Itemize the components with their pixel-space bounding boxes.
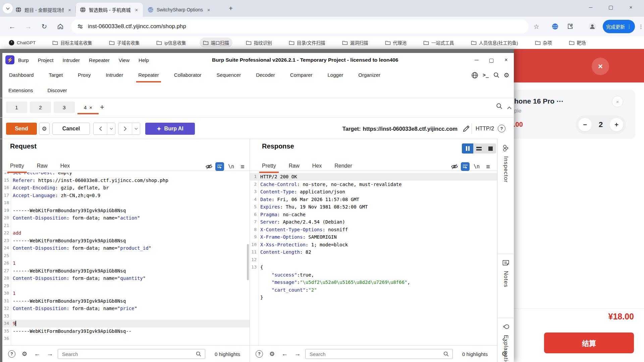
collapse-rail-chevron-icon[interactable]: [502, 337, 505, 343]
layout-pause-button[interactable]: [462, 143, 473, 154]
repeater-tab-1[interactable]: 1: [6, 102, 27, 113]
history-back-button[interactable]: [94, 123, 107, 134]
layout-horizontal-split-button[interactable]: [473, 143, 485, 154]
quantity-decrease-button[interactable]: −: [578, 118, 592, 131]
editor-menu-icon[interactable]: ≡: [238, 162, 247, 171]
view-tab-render[interactable]: Render: [334, 161, 352, 171]
editor-line[interactable]: 301: [2, 290, 250, 297]
response-search-box[interactable]: [305, 349, 453, 359]
tab-close-icon[interactable]: ×: [207, 7, 210, 13]
browser-tab[interactable]: 智选数码 - 手机商城×: [76, 3, 143, 17]
editor-line[interactable]: 32Content-Disposition: form-data; name="…: [2, 305, 250, 312]
send-settings-gear-icon[interactable]: ⚙: [39, 123, 50, 135]
address-bar[interactable]: inst-060033e8.ctf.yijincc.com/shop.php: [71, 19, 529, 34]
repeater-tab-4[interactable]: 4×: [77, 102, 99, 113]
layout-single-panel-button[interactable]: [485, 143, 496, 154]
next-match-icon[interactable]: →: [293, 349, 302, 359]
burp-close-button[interactable]: ×: [500, 54, 512, 66]
home-button[interactable]: [56, 22, 65, 31]
editor-line[interactable]: 5Expires: Thu, 19 Nov 1981 08:52:00 GMT: [250, 203, 497, 211]
view-tab-hex[interactable]: Hex: [60, 161, 70, 171]
bookmark-item[interactable]: 漏洞扫描: [339, 38, 372, 48]
menu-item-view[interactable]: View: [119, 57, 129, 63]
editor-line[interactable]: 349: [2, 320, 250, 327]
editor-line[interactable]: 11Content-Length: 82: [250, 248, 497, 256]
editor-line[interactable]: 27------WebKitFormBoundary39Igvk9ApiGb8N…: [2, 267, 250, 275]
history-forward-button[interactable]: [118, 123, 132, 134]
menu-item-project[interactable]: Project: [38, 57, 54, 63]
browser-maximize-button[interactable]: ▢: [606, 4, 616, 10]
browser-minimize-button[interactable]: ─: [586, 4, 596, 10]
main-tab-target[interactable]: Target: [49, 67, 63, 82]
profile-avatar[interactable]: [588, 22, 597, 31]
editor-line[interactable]: 13{: [250, 263, 497, 271]
main-tab-discover[interactable]: Discover: [47, 87, 67, 93]
request-search-input[interactable]: [62, 351, 196, 357]
editor-line[interactable]: 19------WebKitFormBoundary39Igvk9ApiGb8N…: [2, 207, 250, 215]
view-tab-hex[interactable]: Hex: [312, 161, 322, 171]
previous-match-icon[interactable]: ←: [33, 349, 42, 359]
editor-line[interactable]: 36: [2, 335, 250, 343]
tab-close-icon[interactable]: ×: [135, 7, 138, 13]
extensions-puzzle-icon[interactable]: [566, 22, 575, 31]
burp-minimize-button[interactable]: ─: [471, 54, 482, 66]
reload-button[interactable]: ↻: [40, 22, 49, 31]
editor-line[interactable]: 18: [2, 199, 250, 207]
cart-item-remove-button[interactable]: ×: [612, 96, 623, 107]
editor-line[interactable]: 1HTTP/2 200 OK: [250, 173, 497, 181]
editor-line[interactable]: 20Content-Disposition: form-data; name="…: [2, 214, 250, 222]
editor-line[interactable]: 15Referer: https://inst-060033e8.ctf.yij…: [2, 177, 250, 184]
main-tab-organizer[interactable]: Organizer: [358, 67, 380, 82]
next-match-icon[interactable]: →: [45, 349, 55, 359]
rail-settings-gear-icon[interactable]: ⚙: [501, 350, 507, 358]
browser-menu-kebab-icon[interactable]: ⋮: [636, 22, 644, 31]
browser-tab[interactable]: 题目 - 金额提现场景实验×: [11, 3, 75, 17]
main-tab-collaborator[interactable]: Collaborator: [174, 67, 202, 82]
history-forward-dropdown[interactable]: [132, 123, 140, 134]
bookmark-item[interactable]: 子域名收集: [106, 38, 143, 48]
editor-line[interactable]: 28Content-Disposition: form-data; name="…: [2, 275, 250, 282]
repeater-tab-2[interactable]: 2: [30, 102, 51, 113]
browser-tab[interactable]: SwitchySharp Options×: [144, 3, 222, 17]
show-newlines-icon[interactable]: \n: [227, 162, 235, 171]
new-tab-button[interactable]: +: [227, 5, 235, 12]
view-tab-raw[interactable]: Raw: [289, 161, 300, 171]
repeater-tab-3[interactable]: 3: [54, 102, 75, 113]
editor-line[interactable]: 3Content-Type: application/json: [250, 188, 497, 196]
bookmark-item[interactable]: 杂项: [532, 38, 555, 48]
editor-line[interactable]: 9X-Frame-Options: SAMEORIGIN: [250, 233, 497, 241]
site-settings-icon[interactable]: [77, 23, 83, 29]
show-newlines-icon[interactable]: \n: [472, 162, 481, 171]
chevron-up-icon[interactable]: [507, 105, 512, 111]
hide-nonprintable-eye-icon[interactable]: [450, 162, 459, 171]
globe-icon[interactable]: [470, 70, 479, 80]
checkout-button[interactable]: 结算: [544, 333, 634, 353]
bookmark-item[interactable]: 代理池: [382, 38, 410, 48]
terminal-icon[interactable]: >_: [481, 70, 490, 80]
menu-item-repeater[interactable]: Repeater: [89, 57, 110, 63]
bookmark-item[interactable]: 目录/文件扫描: [285, 38, 329, 48]
extension-globe-icon[interactable]: [550, 22, 560, 31]
tab-close-icon[interactable]: ×: [89, 105, 92, 110]
request-search-box[interactable]: [58, 349, 205, 359]
help-icon[interactable]: ?: [255, 349, 264, 359]
editor-line[interactable]: 21: [2, 222, 250, 230]
edit-target-pencil-icon[interactable]: [462, 125, 470, 134]
protocol-selector[interactable]: HTTP/2: [476, 123, 494, 135]
editor-line[interactable]: 24Content-Disposition: form-data; name="…: [2, 244, 250, 252]
editor-line[interactable]: 7Server: Apache/2.4.54 (Debian): [250, 218, 497, 226]
sidebar-tab-inspector[interactable]: Inspector: [497, 145, 514, 183]
kebab-menu-icon[interactable]: ⋮: [627, 24, 632, 29]
burp-ai-button[interactable]: ✦ Burp AI: [145, 123, 195, 135]
editor-line[interactable]: "message":"\u5df2\u52a0\u5165\u8d2d\u726…: [250, 279, 497, 286]
search-settings-gear-icon[interactable]: ⚙: [20, 349, 29, 359]
editor-line[interactable]: "cart_count":"2": [250, 286, 497, 294]
editor-line[interactable]: }: [250, 294, 497, 301]
bookmark-item[interactable]: *ChatGPT: [5, 38, 39, 47]
editor-line[interactable]: "success":true,: [250, 271, 497, 279]
editor-line[interactable]: 4Date: Fri, 06 Mar 2026 11:57:08 GMT: [250, 196, 497, 203]
main-tab-sequencer[interactable]: Sequencer: [217, 67, 241, 82]
forward-button[interactable]: →: [23, 22, 33, 31]
cancel-button[interactable]: Cancel: [52, 123, 90, 135]
bookmark-item[interactable]: 目标主域名收集: [49, 38, 96, 48]
